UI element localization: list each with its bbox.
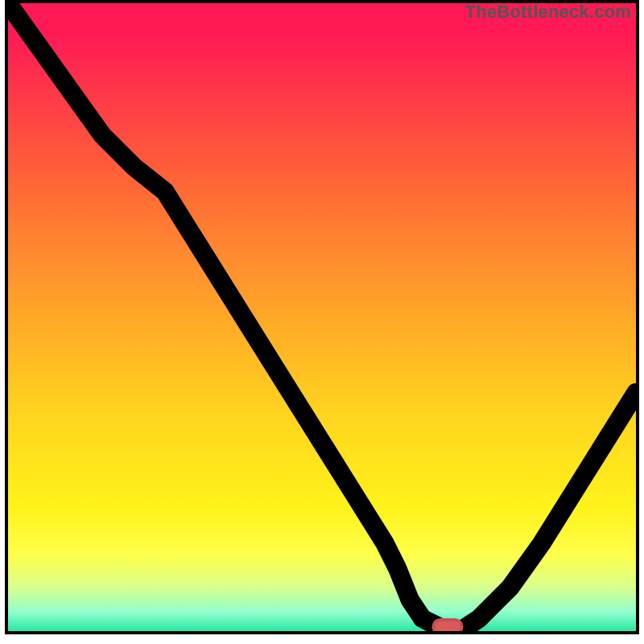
chart-svg xyxy=(8,3,636,631)
chart-container: TheBottleneck.com xyxy=(5,0,639,634)
optimal-point-marker xyxy=(433,620,461,631)
watermark-label: TheBottleneck.com xyxy=(465,2,631,23)
bottleneck-curve-line xyxy=(8,3,636,631)
